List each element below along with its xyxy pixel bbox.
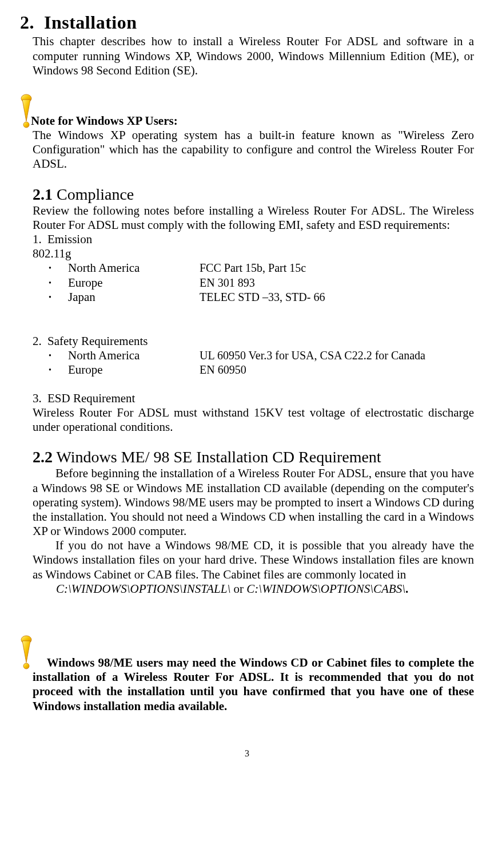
note-xp-text: The Windows XP operating system has a bu…: [33, 128, 474, 172]
region-value: EN 301 893: [200, 276, 255, 290]
list-item-esd: 3. ESD Requirement: [33, 391, 474, 406]
region-value: UL 60950 Ver.3 for USA, CSA C22.2 for Ca…: [200, 348, 425, 362]
bullet-icon: •: [49, 351, 68, 361]
exclamation-icon: [20, 635, 33, 669]
chapter-heading: 2. Installation: [20, 11, 474, 33]
note-heading: Note for Windows XP Users:: [31, 114, 178, 128]
region-label: North America: [68, 348, 200, 363]
table-row: • North America UL 60950 Ver.3 for USA, …: [49, 348, 474, 363]
cabinet-paths: C:\WINDOWS\OPTIONS\INSTALL\ or C:\WINDOW…: [56, 582, 474, 596]
list-item-emission: 1. Emission: [33, 232, 474, 247]
region-label: North America: [68, 261, 200, 275]
path-dot: .: [405, 582, 408, 596]
page-number: 3: [20, 748, 474, 759]
path-2: C:\WINDOWS\OPTIONS\CABS\: [246, 582, 405, 596]
chapter-number: 2.: [20, 12, 34, 33]
region-label: Europe: [68, 276, 200, 290]
chapter-title-text: Installation: [44, 12, 137, 33]
list-num: 2.: [33, 334, 47, 348]
region-label: Europe: [68, 363, 200, 377]
section-21-number: 2.1: [33, 185, 53, 203]
chapter-intro: This chapter describes how to install a …: [33, 34, 474, 78]
list-num: 1.: [33, 232, 47, 247]
section-22-para2: If you do not have a Windows 98/ME CD, i…: [33, 538, 474, 582]
bullet-icon: •: [49, 264, 68, 274]
svg-point-3: [23, 663, 29, 669]
standard-label: 802.11g: [33, 247, 474, 261]
svg-point-1: [23, 122, 29, 128]
bullet-icon: •: [49, 279, 68, 288]
table-row: • Europe EN 60950: [49, 363, 474, 377]
region-label: Japan: [68, 290, 200, 304]
esd-text: Wireless Router For ADSL must withstand …: [33, 406, 474, 434]
note-xp-users: Note for Windows XP Users:: [20, 94, 474, 128]
table-row: • North America FCC Part 15b, Part 15c: [49, 261, 474, 275]
region-value: TELEC STD –33, STD- 66: [200, 290, 325, 304]
region-value: EN 60950: [200, 363, 246, 376]
list-label: Safety Requirements: [47, 334, 148, 348]
list-num: 3.: [33, 391, 47, 406]
or-text: or: [230, 582, 246, 596]
list-label: Emission: [47, 232, 92, 247]
list-label: ESD Requirement: [47, 391, 135, 406]
table-row: • Europe EN 301 893: [49, 276, 474, 290]
note-cabinet-text: Windows 98/ME users may need the Windows…: [33, 656, 474, 714]
section-22-number: 2.2: [33, 448, 53, 466]
list-item-safety: 2. Safety Requirements: [33, 334, 474, 348]
section-22-heading: 2.2 Windows ME/ 98 SE Installation CD Re…: [33, 448, 474, 466]
bullet-icon: •: [49, 293, 68, 303]
path-1: C:\WINDOWS\OPTIONS\INSTALL\: [56, 582, 230, 596]
section-21-title: Compliance: [53, 185, 134, 203]
region-value: FCC Part 15b, Part 15c: [200, 261, 306, 275]
bullet-icon: •: [49, 366, 68, 375]
section-21-heading: 2.1 Compliance: [33, 185, 474, 204]
section-22-title: Windows ME/ 98 SE Installation CD Requir…: [53, 448, 381, 466]
section-21-intro: Review the following notes before instal…: [33, 204, 474, 232]
section-22-para1: Before beginning the installation of a W…: [33, 466, 474, 538]
table-row: • Japan TELEC STD –33, STD- 66: [49, 290, 474, 304]
